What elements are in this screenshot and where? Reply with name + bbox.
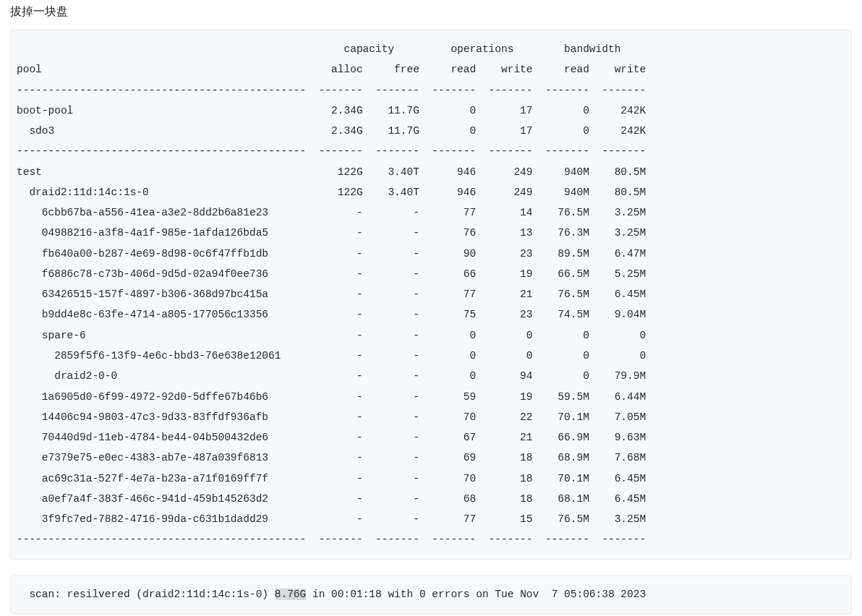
section-heading: 拔掉一块盘 <box>10 4 852 20</box>
scan-highlight-value: 8.76G <box>275 589 307 600</box>
scan-prefix: scan: resilvered (draid2:11d:14c:1s-0) <box>17 589 275 600</box>
scan-suffix: in 00:01:18 with 0 errors on Tue Nov 7 0… <box>306 589 646 600</box>
zpool-scan-output: scan: resilvered (draid2:11d:14c:1s-0) 8… <box>10 576 852 615</box>
zpool-iostat-output: capacity operations bandwidth pool alloc… <box>10 30 852 560</box>
